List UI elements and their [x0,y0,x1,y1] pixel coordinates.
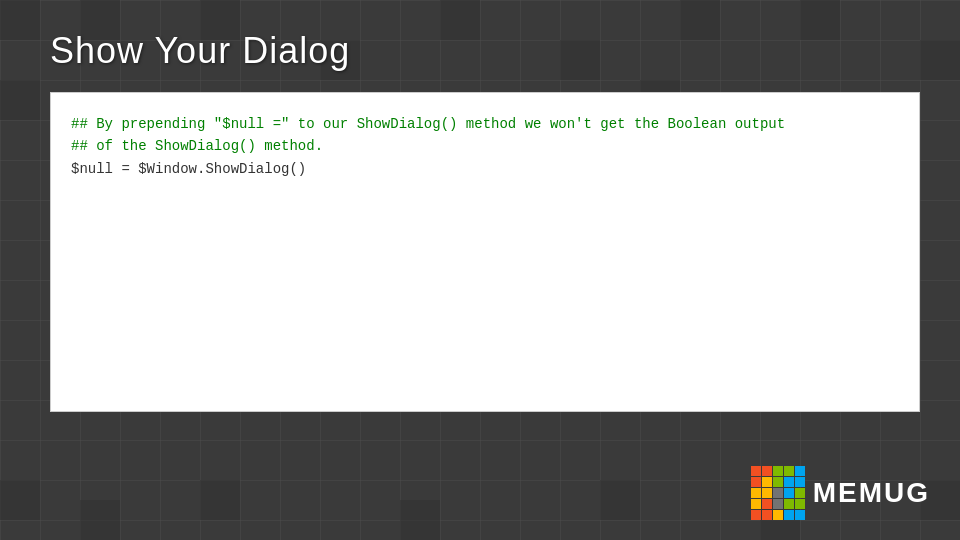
logo-cell [751,477,761,487]
logo-cell [773,477,783,487]
logo-cell [795,488,805,498]
logo-cell [751,499,761,509]
code-block: ## By prepending "$null =" to our ShowDi… [50,92,920,412]
logo-cell [762,488,772,498]
logo-cell [795,510,805,520]
logo-cell [751,510,761,520]
code-main-line: $null = $Window.ShowDialog() [71,158,899,180]
logo-cell [751,466,761,476]
main-content: Show Your Dialog ## By prepending "$null… [0,0,960,442]
memug-grid-icon [751,466,805,520]
logo-cell [784,477,794,487]
logo-cell [751,488,761,498]
logo-cell [784,488,794,498]
logo-cell [773,499,783,509]
logo-cell [762,466,772,476]
slide-title: Show Your Dialog [50,30,910,72]
logo-cell [784,466,794,476]
memug-label: MEMUG [813,477,930,509]
code-comment-line-2: ## of the ShowDialog() method. [71,135,899,157]
logo-cell [795,499,805,509]
logo-cell [762,499,772,509]
logo-cell [784,510,794,520]
logo-cell [795,477,805,487]
logo-cell [784,499,794,509]
logo-cell [762,510,772,520]
memug-logo: MEMUG [751,466,930,520]
logo-cell [773,466,783,476]
logo-cell [762,477,772,487]
logo-cell [773,488,783,498]
code-comment-line-1: ## By prepending "$null =" to our ShowDi… [71,113,899,135]
logo-cell [795,466,805,476]
logo-cell [773,510,783,520]
